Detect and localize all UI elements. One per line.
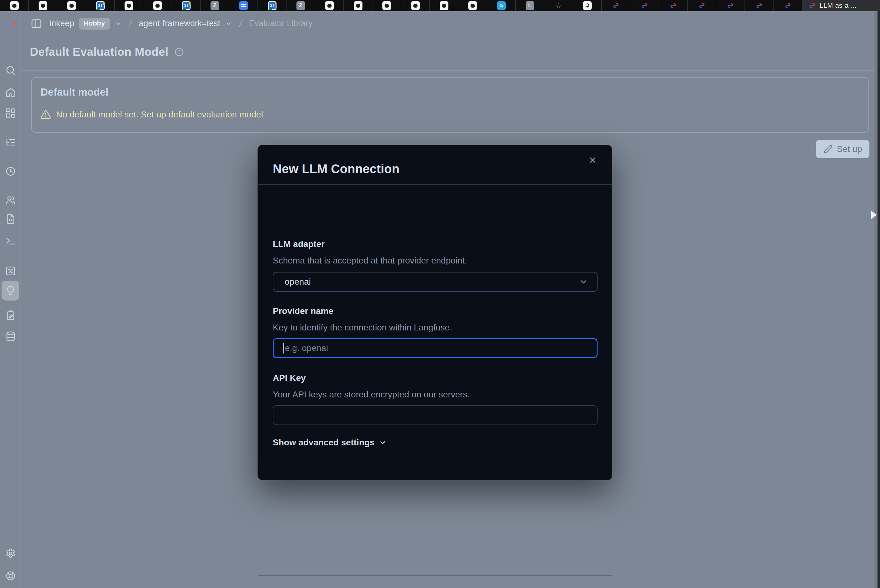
sidebar-item-clipboard-pen[interactable] bbox=[0, 306, 21, 326]
browser-tab[interactable] bbox=[28, 0, 57, 11]
lifebuoy-icon bbox=[5, 570, 16, 582]
api-key-label: API Key bbox=[273, 373, 306, 383]
browser-tab-active[interactable]: LLM-as-a-... bbox=[802, 0, 880, 11]
browser-tab[interactable]: Z bbox=[201, 0, 229, 11]
breadcrumb-separator: / bbox=[128, 18, 133, 29]
sidebar-item-database[interactable] bbox=[0, 326, 21, 346]
breadcrumb-project[interactable]: agent-framework=test bbox=[139, 19, 232, 28]
llm-adapter-select[interactable]: openai bbox=[273, 272, 598, 292]
chevron-down-icon[interactable] bbox=[114, 20, 122, 28]
browser-tab[interactable] bbox=[774, 0, 802, 11]
chevron-down-icon bbox=[378, 438, 387, 447]
sidebar-item-lifebuoy[interactable] bbox=[0, 566, 21, 586]
docs-favicon-icon bbox=[239, 1, 248, 10]
browser-tab[interactable]: 31 bbox=[172, 0, 201, 11]
text-cursor bbox=[283, 343, 284, 354]
default-model-card: Default model No default model set. Set … bbox=[31, 77, 869, 133]
langfuse-favicon-icon bbox=[808, 1, 817, 10]
pencil-icon bbox=[823, 144, 833, 154]
langfuse-favicon-icon bbox=[697, 1, 706, 10]
browser-tab[interactable] bbox=[372, 0, 401, 11]
sidebar-item-clock[interactable] bbox=[0, 161, 21, 181]
browser-tab[interactable] bbox=[401, 0, 430, 11]
browser-tab[interactable] bbox=[602, 0, 630, 11]
home-icon bbox=[5, 87, 16, 98]
close-icon[interactable] bbox=[586, 153, 600, 167]
card-title: Default model bbox=[40, 86, 108, 98]
warning-text: No default model set. Set up default eva… bbox=[56, 110, 263, 120]
lightbulb-icon bbox=[5, 285, 16, 296]
browser-tab[interactable] bbox=[659, 0, 688, 11]
browser-tab[interactable] bbox=[143, 0, 172, 11]
github-favicon-icon bbox=[354, 1, 363, 10]
file-code-icon bbox=[5, 213, 16, 225]
set-up-button[interactable]: Set up bbox=[816, 140, 870, 158]
sidebar-item-users[interactable] bbox=[0, 190, 21, 210]
list-tree-icon bbox=[5, 137, 16, 148]
sidebar-item-file-code[interactable] bbox=[0, 209, 21, 229]
layout-grid-icon bbox=[5, 108, 16, 118]
sidebar-toggle-icon[interactable] bbox=[30, 18, 43, 30]
gear-icon bbox=[5, 548, 16, 559]
browser-tab[interactable] bbox=[344, 0, 372, 11]
sidebar-nav bbox=[0, 11, 21, 588]
active-tab-label: LLM-as-a-... bbox=[820, 2, 857, 10]
chevron-down-icon[interactable] bbox=[225, 20, 232, 28]
sidebar-item-home[interactable] bbox=[0, 82, 21, 102]
github-favicon-icon bbox=[10, 1, 19, 10]
plan-badge: Hobby bbox=[79, 18, 110, 30]
github-favicon-icon bbox=[39, 1, 47, 10]
browser-tab[interactable]: ☆ bbox=[544, 0, 573, 11]
langfuse-favicon-icon bbox=[755, 1, 763, 10]
browser-tab[interactable]: Z bbox=[286, 0, 315, 11]
browser-tab[interactable] bbox=[315, 0, 344, 11]
langfuse-favicon-icon bbox=[726, 1, 735, 10]
browser-tab[interactable] bbox=[745, 0, 774, 11]
edge-arrow-icon bbox=[871, 210, 877, 219]
browser-tab[interactable] bbox=[487, 0, 516, 11]
browser-tab[interactable]: 31 bbox=[86, 0, 115, 11]
browser-tab[interactable] bbox=[0, 0, 28, 11]
browser-tab[interactable] bbox=[430, 0, 458, 11]
browser-tab[interactable] bbox=[573, 0, 602, 11]
users-icon bbox=[5, 195, 16, 206]
browser-tab[interactable] bbox=[458, 0, 487, 11]
project-name[interactable]: agent-framework=test bbox=[139, 19, 220, 28]
browser-tab[interactable] bbox=[57, 0, 86, 11]
sidebar-item-percent-square[interactable] bbox=[0, 261, 21, 281]
browser-tab[interactable] bbox=[716, 0, 745, 11]
database-icon bbox=[5, 331, 16, 342]
github-favicon-icon bbox=[325, 1, 334, 10]
breadcrumb-org[interactable]: inkeep Hobby bbox=[49, 18, 122, 30]
show-advanced-settings-toggle[interactable]: Show advanced settings bbox=[273, 438, 387, 447]
org-name[interactable]: inkeep bbox=[49, 19, 74, 28]
api-key-input[interactable] bbox=[273, 405, 598, 425]
browser-tab[interactable]: L bbox=[516, 0, 544, 11]
langfuse-favicon-icon bbox=[612, 1, 620, 10]
browser-tab[interactable] bbox=[630, 0, 659, 11]
browser-tab[interactable]: 31 bbox=[258, 0, 286, 11]
gcal-favicon-icon: 31 bbox=[268, 1, 276, 10]
gcal-favicon-icon: 31 bbox=[96, 1, 105, 10]
l-favicon-icon: L bbox=[526, 1, 534, 10]
sidebar-item-layout-grid[interactable] bbox=[0, 103, 21, 123]
chat-favicon-icon bbox=[497, 1, 506, 10]
browser-tab[interactable] bbox=[115, 0, 143, 11]
sidebar-item-search[interactable] bbox=[0, 60, 21, 80]
z-favicon-icon: Z bbox=[210, 1, 219, 10]
sidebar-item-gear[interactable] bbox=[0, 543, 21, 563]
octo-favicon-icon bbox=[583, 1, 592, 10]
sidebar-item-lightbulb[interactable] bbox=[0, 280, 21, 300]
gcal-favicon-icon: 31 bbox=[182, 1, 190, 10]
sidebar-item-list-tree[interactable] bbox=[0, 132, 21, 152]
github-favicon-icon bbox=[382, 1, 391, 10]
github-favicon-icon bbox=[411, 1, 420, 10]
browser-tab[interactable] bbox=[688, 0, 716, 11]
browser-tab[interactable] bbox=[229, 0, 258, 11]
divider bbox=[21, 70, 874, 71]
info-icon[interactable] bbox=[174, 47, 184, 57]
breadcrumb-current-page: Evaluator Library bbox=[249, 19, 313, 28]
provider-name-input[interactable] bbox=[273, 338, 598, 358]
langfuse-logo-icon bbox=[3, 18, 18, 32]
sidebar-item-terminal[interactable] bbox=[0, 231, 21, 251]
